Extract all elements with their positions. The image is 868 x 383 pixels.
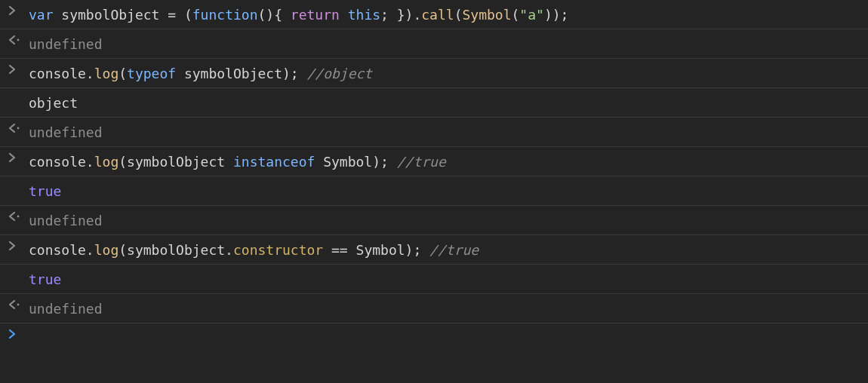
svg-point-3 (17, 304, 20, 306)
code-token: symbolObject (127, 242, 225, 258)
log-marker (5, 268, 29, 270)
code-token: //object (307, 66, 373, 81)
code-token: //true (429, 242, 479, 258)
code-token: Symbol (323, 154, 372, 170)
input-chevron-icon (5, 4, 29, 16)
code-token (176, 7, 184, 23)
console-return-value: undefined (29, 210, 868, 231)
console-row: true (0, 265, 868, 294)
input-chevron-icon (5, 239, 29, 251)
code-token: )); (544, 7, 569, 23)
code-token: constructor (233, 242, 323, 258)
console-row: object (0, 88, 868, 118)
code-token (225, 154, 233, 170)
code-token: ( (454, 7, 463, 23)
code-token (421, 242, 429, 258)
return-chevron-icon (5, 33, 29, 45)
code-token: . (225, 242, 233, 258)
console-return-value: undefined (29, 298, 868, 319)
code-token: undefined (29, 301, 103, 317)
code-token: this (348, 7, 380, 23)
return-chevron-icon (5, 210, 29, 222)
log-marker (5, 180, 29, 182)
console-input-code: console.log(symbolObject.constructor == … (29, 239, 868, 260)
code-token (323, 242, 331, 258)
console-row: console.log(typeof symbolObject); //obje… (0, 59, 868, 88)
code-token: undefined (29, 124, 103, 140)
code-token (315, 154, 323, 170)
code-token: console (29, 154, 86, 170)
code-token: function (192, 7, 258, 23)
code-token: ( (512, 7, 520, 23)
code-token: log (94, 66, 119, 81)
code-token: ; (380, 7, 397, 23)
console-return-value: undefined (29, 121, 868, 142)
code-token: //true (397, 154, 446, 170)
return-chevron-icon (5, 121, 29, 133)
code-token (54, 7, 62, 23)
input-chevron-icon (5, 151, 29, 163)
code-token: object (29, 95, 78, 111)
code-token: Symbol (356, 242, 405, 258)
code-token (159, 7, 168, 23)
console-row: console.log(symbolObject instanceof Symb… (0, 147, 868, 176)
code-token (282, 7, 291, 23)
console-log-output: object (29, 92, 868, 113)
code-token (389, 154, 397, 170)
console-prompt-input[interactable] (29, 327, 868, 328)
console-row: undefined (0, 29, 868, 59)
code-token: console (29, 66, 86, 81)
svg-point-2 (17, 216, 20, 218)
console-row: undefined (0, 206, 868, 235)
code-token: Symbol (462, 7, 511, 23)
console-row: true (0, 176, 868, 206)
code-token: = (168, 7, 176, 23)
code-token: ( (184, 7, 192, 23)
return-chevron-icon (5, 298, 29, 310)
code-token: == (331, 242, 348, 258)
code-token: "a" (519, 7, 544, 23)
code-token (176, 66, 184, 81)
log-marker (5, 92, 29, 93)
console-return-value: undefined (29, 33, 868, 54)
code-token: instanceof (233, 154, 315, 170)
input-chevron-icon (5, 63, 29, 75)
code-token: undefined (29, 213, 103, 228)
console-log-output: true (29, 180, 868, 201)
code-token: ); (405, 242, 422, 258)
code-token: ); (372, 154, 389, 170)
code-token: ); (282, 66, 299, 81)
code-token: }). (397, 7, 422, 23)
svg-point-1 (17, 127, 20, 130)
code-token: typeof (127, 66, 176, 81)
console-row[interactable] (0, 323, 868, 351)
code-token: symbolObject (61, 7, 159, 23)
code-token: log (94, 242, 119, 258)
code-token: symbolObject (184, 66, 282, 81)
console-input-code: console.log(symbolObject instanceof Symb… (29, 151, 868, 172)
console-row: var symbolObject = (function(){ return t… (0, 0, 868, 29)
code-token: return (291, 7, 340, 23)
code-token (299, 66, 307, 81)
code-token: ( (119, 242, 127, 258)
code-token: ( (119, 154, 127, 170)
devtools-console[interactable]: var symbolObject = (function(){ return t… (0, 0, 868, 351)
code-token: . (86, 66, 94, 81)
code-token (340, 7, 348, 23)
console-log-output: true (29, 268, 868, 290)
code-token: console (29, 242, 86, 258)
code-token: log (94, 154, 119, 170)
console-input-code: console.log(typeof symbolObject); //obje… (29, 63, 868, 84)
code-token (348, 242, 356, 258)
code-token: undefined (29, 36, 103, 52)
code-token: call (421, 7, 454, 23)
code-token: . (86, 242, 94, 258)
console-input-code: var symbolObject = (function(){ return t… (29, 4, 868, 25)
console-row: console.log(symbolObject.constructor == … (0, 235, 868, 265)
code-token: symbolObject (127, 154, 225, 170)
code-token: true (29, 271, 61, 287)
code-token: var (29, 7, 54, 23)
code-token: true (29, 183, 61, 199)
console-row: undefined (0, 118, 868, 147)
console-row: undefined (0, 294, 868, 323)
